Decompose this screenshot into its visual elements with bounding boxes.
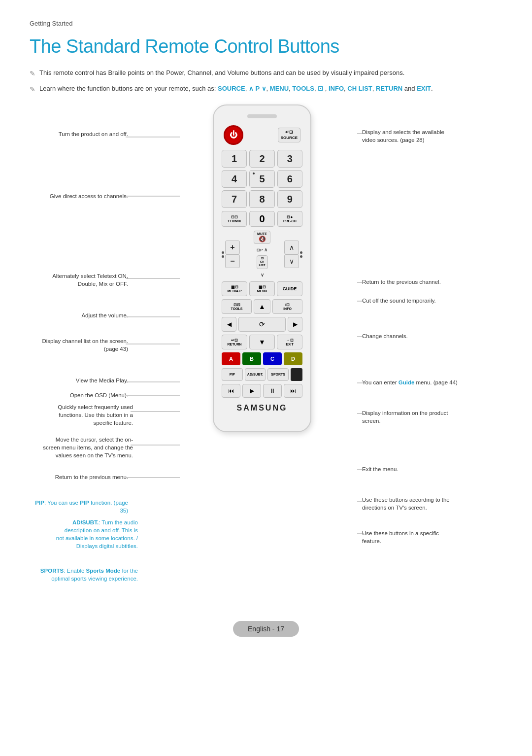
center-mute-chlist: MUTE 🔇 ⊡P ∧ ⊡ CH LIST ∨ — [254, 231, 270, 278]
line-prech — [357, 282, 364, 283]
row-return-exit: ↩⊡ RETURN ▼ →⊡ EXIT — [222, 335, 302, 349]
ann-specific-right: Use these buttons in a specificfeature. — [362, 529, 495, 545]
ch-dot-1 — [300, 251, 302, 254]
breadcrumb: Getting Started — [30, 20, 502, 27]
ann-return: Return to the previous menu. — [30, 473, 128, 481]
source-button[interactable]: ↵⊡ SOURCE — [278, 128, 300, 142]
number-pad: 1 2 3 4 5 6 7 8 9 — [222, 150, 302, 208]
prech-button[interactable]: ⊡● PRE-CH — [277, 211, 302, 227]
tools-button[interactable]: ⊡⊡ TOOLS — [222, 299, 252, 314]
btn-4[interactable]: 4 — [222, 170, 247, 188]
chlist-button[interactable]: ⊡ CH LIST — [257, 255, 268, 269]
row-media-menu-guide: ▦⊡ MEDIA.P ▦⊡ MENU GUIDE — [222, 281, 302, 296]
sports-button[interactable]: SPORTS — [267, 368, 289, 381]
line-guide — [357, 382, 364, 383]
vol-dn-button[interactable]: − — [225, 254, 240, 268]
btn-6[interactable]: 6 — [277, 170, 302, 188]
ann-source-right: Display and selects the availablevideo s… — [362, 128, 495, 144]
dpad-left-button[interactable]: ◀ — [222, 317, 236, 332]
pip-button[interactable]: PIP — [222, 368, 243, 381]
ann-ttx: Alternately select Teletext ON,Double, M… — [30, 272, 128, 288]
ch-buttons: ∧ ∨ — [284, 241, 299, 268]
remote-wrapper: ⏻ ↵⊡ SOURCE 1 2 3 4 5 6 — [213, 104, 311, 432]
vol-braille-dots — [222, 251, 224, 258]
vol-buttons: + − — [225, 241, 240, 268]
btn-zero[interactable]: 0 — [249, 211, 274, 227]
page-title: The Standard Remote Control Buttons — [30, 36, 502, 57]
power-button[interactable]: ⏻ — [224, 125, 243, 145]
ann-sports: SPORTS: Enable Sports Mode for theoptima… — [30, 567, 138, 583]
btn-3[interactable]: 3 — [277, 150, 302, 168]
ann-info-right: Display information on the productscreen… — [362, 409, 495, 425]
ann-cursor: Move the cursor, select the on-screen me… — [30, 436, 133, 459]
ffwd-button[interactable]: ⏭ — [284, 384, 302, 398]
dpad-down-button[interactable]: ▼ — [249, 335, 275, 349]
line-cursor — [131, 445, 180, 446]
line-specific — [357, 533, 364, 534]
ann-pip: PIP: You can use PIP function. (page 35) — [30, 499, 128, 515]
btn-c[interactable]: C — [263, 352, 282, 365]
ch-up-indicator: ⊡P ∧ — [257, 247, 267, 252]
menu-button[interactable]: ▦⊡ MENU — [249, 281, 275, 296]
note-icon-2: ✎ — [30, 84, 35, 95]
ch-dn-button[interactable]: ∨ — [284, 254, 299, 268]
vol-up-button[interactable]: + — [225, 241, 240, 254]
row-transport: ⏮ ▶ ⏸ ⏭ — [222, 384, 302, 398]
play-button[interactable]: ▶ — [242, 384, 261, 398]
line-colorbtn — [357, 501, 364, 502]
note-2: ✎ Learn where the function buttons are o… — [30, 84, 502, 95]
samsung-logo: SAMSUNG — [222, 404, 302, 412]
dpad-up-button[interactable]: ▲ — [254, 299, 270, 314]
note-text-1: This remote control has Braille points o… — [39, 68, 404, 78]
line-ttx — [126, 278, 180, 279]
btn-1[interactable]: 1 — [222, 150, 247, 168]
ch-dot-2 — [300, 255, 302, 258]
row-pip-adsubt-sports: PIP AD/SUBT. SPORTS — [222, 368, 302, 381]
info-button[interactable]: i⊡ INFO — [272, 299, 302, 314]
btn-5[interactable]: 5 — [249, 170, 274, 188]
row-power-source: ⏻ ↵⊡ SOURCE — [222, 125, 302, 145]
main-content: Turn the product on and off. Give direct… — [30, 104, 502, 602]
ann-menu: Open the OSD (Menu). — [30, 391, 128, 399]
ann-adsubt: AD/SUBT.: Turn the audiodescription on a… — [30, 518, 138, 550]
line-mediap — [126, 381, 180, 382]
ch-dn-indicator: ∨ — [261, 272, 264, 277]
vol-dot-1 — [222, 251, 224, 254]
ann-guide-right: You can enter Guide menu. (page 44) — [362, 378, 495, 386]
rewind-button[interactable]: ⏮ — [222, 384, 240, 398]
line-info — [357, 413, 364, 414]
ann-exit-right: Exit the menu. — [362, 465, 495, 473]
btn-a[interactable]: A — [222, 352, 240, 365]
btn-9[interactable]: 9 — [277, 190, 302, 208]
btn-2[interactable]: 2 — [249, 150, 274, 168]
dpad-right-button[interactable]: ▶ — [288, 317, 302, 332]
guide-button[interactable]: GUIDE — [277, 281, 302, 296]
btn-8[interactable]: 8 — [249, 190, 274, 208]
vol-dot-2 — [222, 255, 224, 258]
braille-dot-5 — [253, 172, 255, 174]
mediap-button[interactable]: ▦⊡ MEDIA.P — [222, 281, 247, 296]
ch-section: ∧ ∨ — [284, 241, 302, 268]
mute-button[interactable]: MUTE 🔇 — [254, 231, 270, 244]
note-1: ✎ This remote control has Braille points… — [30, 68, 502, 79]
btn-d[interactable]: D — [284, 352, 302, 365]
dpad-center-button[interactable]: ⟳ — [238, 317, 286, 332]
row-ttx-zero-prech: ⊡⊡ TTX/MIX 0 ⊡● PRE-CH — [222, 211, 302, 227]
pause-button[interactable]: ⏸ — [263, 384, 282, 398]
btn-7[interactable]: 7 — [222, 190, 247, 208]
ann-mediap: View the Media Play. — [30, 377, 128, 384]
ann-colorbtn-right: Use these buttons according to thedirect… — [362, 496, 495, 512]
row-color-buttons: A B C D — [222, 352, 302, 365]
exit-button[interactable]: →⊡ EXIT — [277, 335, 302, 349]
ann-power: Turn the product on and off. — [30, 130, 128, 138]
adsubt-button[interactable]: AD/SUBT. — [245, 368, 266, 381]
black-square-button[interactable] — [291, 368, 302, 381]
btn-b[interactable]: B — [242, 352, 261, 365]
return-button[interactable]: ↩⊡ RETURN — [222, 335, 247, 349]
ttx-button[interactable]: ⊡⊡ TTX/MIX — [222, 211, 247, 227]
ann-prech-right: Return to the previous channel. — [362, 278, 495, 286]
ch-up-button[interactable]: ∧ — [284, 241, 299, 254]
vol-ch-section: + − MUTE 🔇 ⊡P ∧ ⊡ — [222, 231, 302, 278]
remote-top-notch — [247, 114, 277, 118]
line-exit — [357, 469, 364, 470]
